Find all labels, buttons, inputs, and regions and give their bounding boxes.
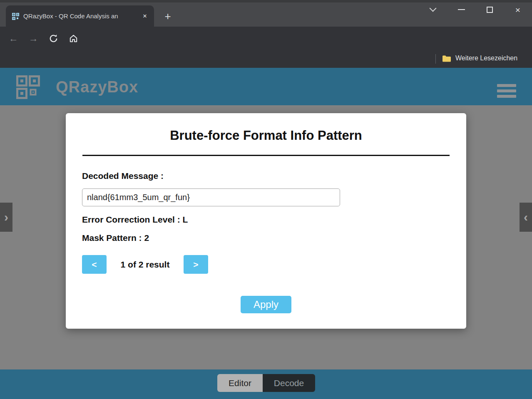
qrazybox-logo-qr-icon bbox=[16, 75, 40, 99]
next-result-button[interactable]: > bbox=[184, 255, 208, 274]
result-pager: < 1 of 2 result > bbox=[82, 255, 208, 274]
decoded-message-input[interactable] bbox=[82, 188, 340, 206]
left-panel-handle[interactable]: › bbox=[0, 203, 12, 232]
site-logo[interactable]: QRazyBox bbox=[16, 75, 138, 99]
prev-result-button[interactable]: < bbox=[82, 255, 107, 274]
decode-tab-button[interactable]: Decode bbox=[263, 374, 315, 392]
tab-search-chevron-icon[interactable] bbox=[419, 0, 447, 19]
new-tab-button[interactable]: + bbox=[161, 9, 175, 23]
forward-button[interactable]: → bbox=[27, 32, 40, 45]
error-correction-level-line: Error Correction Level : L bbox=[82, 215, 466, 225]
bookmarks-bar: Weitere Lesezeichen bbox=[0, 50, 532, 68]
modal-title: Brute-force Format Info Pattern bbox=[66, 128, 466, 143]
home-icon[interactable] bbox=[67, 32, 80, 45]
other-bookmarks-label[interactable]: Weitere Lesezeichen bbox=[455, 55, 517, 62]
site-footer: Editor Decode bbox=[0, 369, 532, 399]
apply-button[interactable]: Apply bbox=[241, 296, 291, 313]
brute-force-modal: Brute-force Format Info Pattern Decoded … bbox=[66, 113, 466, 329]
tab-title-fade bbox=[126, 12, 140, 20]
chevron-left-icon: ‹ bbox=[524, 210, 528, 224]
browser-tab[interactable]: QRazyBox - QR Code Analysis an × bbox=[6, 5, 154, 27]
right-panel-handle[interactable]: ‹ bbox=[520, 203, 532, 232]
site-logo-text: QRazyBox bbox=[56, 78, 138, 96]
browser-titlebar: QRazyBox - QR Code Analysis an × + × bbox=[0, 0, 532, 27]
hamburger-menu-icon[interactable] bbox=[497, 84, 516, 98]
mode-toggle: Editor Decode bbox=[217, 374, 315, 392]
bookmarks-divider bbox=[435, 54, 436, 64]
back-button[interactable]: ← bbox=[7, 32, 20, 45]
editor-tab-button[interactable]: Editor bbox=[217, 374, 263, 392]
reload-icon[interactable] bbox=[47, 32, 60, 45]
title-divider bbox=[82, 155, 450, 156]
minimize-button[interactable] bbox=[447, 0, 475, 19]
site-header: QRazyBox bbox=[0, 68, 532, 105]
tab-favicon-qr-icon bbox=[12, 12, 19, 20]
chevron-right-icon: › bbox=[4, 210, 8, 224]
tab-close-icon[interactable]: × bbox=[140, 11, 150, 21]
mask-pattern-line: Mask Pattern : 2 bbox=[82, 233, 466, 243]
window-close-button[interactable]: × bbox=[504, 0, 532, 19]
decoded-message-label: Decoded Message : bbox=[82, 171, 466, 181]
browser-toolbar: ← → merricx.github.io/qrazybox/ ☆ bbox=[0, 27, 532, 50]
maximize-button[interactable] bbox=[475, 0, 504, 19]
result-counter-text: 1 of 2 result bbox=[107, 260, 184, 270]
bookmarks-folder-icon[interactable] bbox=[442, 55, 451, 64]
tab-title: QRazyBox - QR Code Analysis an bbox=[23, 12, 140, 20]
window-controls: × bbox=[419, 0, 532, 19]
